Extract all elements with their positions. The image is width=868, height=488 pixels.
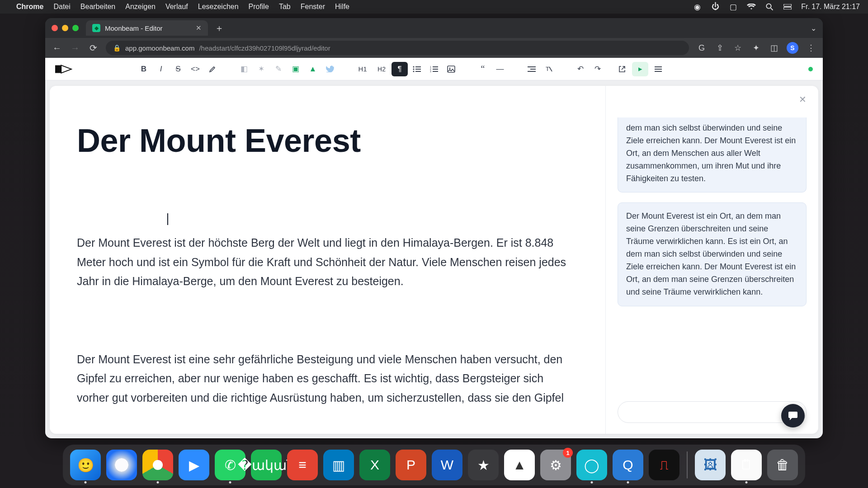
- ordered-list-button[interactable]: 123: [426, 62, 442, 76]
- dock-imovie-icon[interactable]: ★: [468, 450, 499, 480]
- profile-avatar[interactable]: S: [787, 42, 798, 54]
- screen-record-icon[interactable]: ◉: [693, 2, 702, 11]
- menubar-app[interactable]: Chrome: [16, 3, 43, 11]
- dock-powerpoint-icon[interactable]: P: [396, 450, 426, 480]
- dock-voicememo-icon[interactable]: ⎍: [649, 450, 679, 480]
- highlight-button[interactable]: [204, 62, 221, 76]
- ai-action-3-button[interactable]: ✎: [270, 62, 287, 76]
- dock-finder-icon[interactable]: 🙂: [70, 450, 101, 480]
- dock-preview-icon[interactable]: 🖼: [695, 450, 726, 480]
- paragraph-button[interactable]: ¶: [392, 62, 408, 76]
- moonbeam-logo-icon[interactable]: [55, 63, 72, 75]
- ai-action-1-button[interactable]: ◧: [236, 62, 252, 76]
- svg-rect-25: [655, 69, 662, 70]
- dock-chrome-icon[interactable]: [142, 450, 173, 480]
- bold-button[interactable]: B: [136, 62, 152, 76]
- align-button[interactable]: [524, 62, 540, 76]
- window-close-button[interactable]: [52, 25, 58, 31]
- dock-zoom-icon[interactable]: ▶: [179, 450, 209, 480]
- now-playing-icon[interactable]: ⏻: [711, 2, 720, 11]
- battery-icon[interactable]: ▢: [729, 2, 738, 11]
- h2-button[interactable]: H2: [373, 62, 391, 76]
- hr-button[interactable]: —: [492, 62, 508, 76]
- text-caret-icon: [167, 213, 168, 225]
- dock-spotify-icon[interactable]: �ական: [251, 450, 282, 480]
- address-bar[interactable]: 🔒 app.gomoonbeam.com/headstart/clfczd39h…: [106, 41, 689, 55]
- editor-canvas: Der Mount Everest Der Mount Everest ist …: [50, 86, 818, 434]
- svg-rect-14: [433, 69, 438, 70]
- ai-message[interactable]: dem man sich selbst überwinden und seine…: [618, 117, 807, 192]
- redo-button[interactable]: ↷: [590, 62, 606, 76]
- menubar-item-hilfe[interactable]: Hilfe: [335, 3, 349, 11]
- ai-check-button[interactable]: ▣: [288, 62, 304, 76]
- window-minimize-button[interactable]: [62, 25, 68, 31]
- chrome-menu-icon[interactable]: ⋮: [806, 42, 816, 53]
- document-paragraph-1[interactable]: Der Mount Everest ist der höchste Berg d…: [77, 233, 578, 291]
- dock-excel-icon[interactable]: X: [359, 450, 390, 480]
- side-panel-close-button[interactable]: ✕: [799, 94, 807, 105]
- control-center-icon[interactable]: [783, 2, 792, 11]
- wifi-icon[interactable]: [747, 2, 756, 11]
- bullet-list-button[interactable]: [409, 62, 425, 76]
- menubar-item-bearbeiten[interactable]: Bearbeiten: [80, 3, 115, 11]
- dock-trash-icon[interactable]: 🗑: [767, 450, 798, 480]
- menubar-clock[interactable]: Fr. 17. März 21:17: [801, 3, 860, 11]
- svg-point-0: [766, 4, 771, 8]
- open-external-button[interactable]: [614, 62, 630, 76]
- tab-close-button[interactable]: ✕: [196, 24, 202, 32]
- dock-drive-icon[interactable]: ▲: [504, 450, 535, 480]
- image-button[interactable]: [443, 62, 459, 76]
- menubar-item-profile[interactable]: Profile: [249, 3, 269, 11]
- code-button[interactable]: <>: [187, 62, 203, 76]
- undo-button[interactable]: ↶: [572, 62, 589, 76]
- extensions-icon[interactable]: ✦: [750, 42, 761, 53]
- spotlight-icon[interactable]: [765, 2, 774, 11]
- sidepanel-icon[interactable]: ◫: [769, 42, 779, 53]
- ai-action-2-button[interactable]: ✶: [253, 62, 269, 76]
- browser-tab[interactable]: ◆ Moonbeam - Editor ✕: [86, 20, 208, 36]
- ai-flame-button[interactable]: ▲: [305, 62, 321, 76]
- window-zoom-button[interactable]: [72, 25, 79, 31]
- menubar-item-lesezeichen[interactable]: Lesezeichen: [198, 3, 239, 11]
- clear-format-button[interactable]: T: [541, 62, 557, 76]
- document-area[interactable]: Der Mount Everest Der Mount Everest ist …: [50, 86, 606, 434]
- quote-button[interactable]: “: [475, 62, 491, 76]
- back-button[interactable]: ←: [52, 42, 62, 53]
- dock-app-teal-icon[interactable]: ◯: [576, 450, 607, 480]
- dock-safari-icon[interactable]: [106, 450, 137, 480]
- menubar-item-datei[interactable]: Datei: [53, 3, 70, 11]
- h1-button[interactable]: H1: [354, 62, 372, 76]
- dock-stickies-icon[interactable]: 🗒: [731, 450, 762, 480]
- menubar-item-anzeigen[interactable]: Anzeigen: [125, 3, 156, 11]
- forward-button[interactable]: →: [70, 42, 80, 53]
- strike-button[interactable]: S: [170, 62, 186, 76]
- menubar-item-verlauf[interactable]: Verlauf: [165, 3, 188, 11]
- reload-button[interactable]: ⟳: [88, 42, 99, 53]
- italic-button[interactable]: I: [153, 62, 169, 76]
- dock-quicktime-icon[interactable]: Q: [613, 450, 643, 480]
- ai-chat-input[interactable]: [626, 408, 788, 416]
- bookmark-star-icon[interactable]: ☆: [732, 42, 743, 53]
- dock-trello-icon[interactable]: ▥: [323, 450, 354, 480]
- ai-message[interactable]: Der Mount Everest ist ein Ort, an dem ma…: [618, 202, 807, 306]
- google-search-icon[interactable]: G: [696, 42, 707, 53]
- svg-rect-8: [415, 69, 421, 70]
- menubar-item-tab[interactable]: Tab: [279, 3, 291, 11]
- document-paragraph-2[interactable]: Der Mount Everest ist eine sehr gefährli…: [77, 350, 578, 408]
- new-tab-button[interactable]: ＋: [212, 21, 226, 35]
- document-title[interactable]: Der Mount Everest: [77, 122, 578, 159]
- ai-panel-toggle-button[interactable]: ▸: [632, 62, 648, 76]
- svg-text:T: T: [546, 66, 549, 72]
- tabs-overflow-icon[interactable]: ⌄: [811, 24, 816, 33]
- menubar-item-fenster[interactable]: Fenster: [301, 3, 325, 11]
- dock-separator: [687, 451, 688, 479]
- dock-todoist-icon[interactable]: ≡: [287, 450, 318, 480]
- outline-toggle-button[interactable]: [650, 62, 666, 76]
- dock-word-icon[interactable]: W: [432, 450, 462, 480]
- url-path: /headstart/clfczd39h027109l95dljyrad/edi…: [199, 44, 330, 52]
- svg-rect-19: [528, 66, 536, 67]
- ai-tweet-button[interactable]: [322, 62, 338, 76]
- share-icon[interactable]: ⇪: [714, 42, 725, 53]
- help-fab-button[interactable]: [781, 404, 805, 427]
- dock-settings-icon[interactable]: ⚙1: [540, 450, 571, 480]
